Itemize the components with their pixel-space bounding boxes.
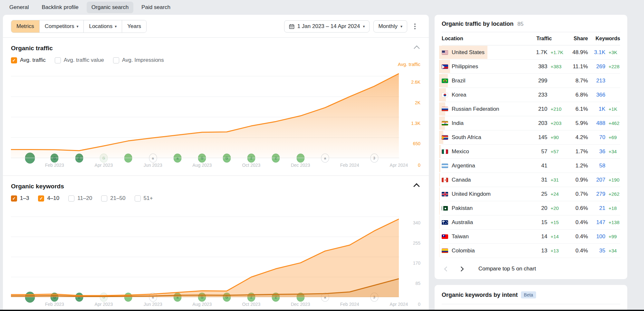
competitors-button[interactable]: Competitors▾ bbox=[39, 20, 84, 33]
keywords-value[interactable]: 100 bbox=[588, 233, 605, 240]
keywords-value[interactable]: 36 bbox=[588, 148, 605, 155]
years-button[interactable]: Years bbox=[122, 20, 146, 33]
legend-checkbox-avg-traffic[interactable]: ✓Avg. traffic bbox=[11, 57, 46, 63]
share-cell: 0.6% bbox=[564, 205, 588, 212]
organic-keywords-chart[interactable]: G2GaaGG22a3851702553400Feb 2023Apr 2023J… bbox=[11, 206, 421, 306]
unchecked-checkbox-icon bbox=[55, 57, 61, 63]
keywords-value[interactable]: 1K bbox=[588, 106, 605, 112]
date-range-button[interactable]: 1 Jan 2023 – 14 Apr 2024 ▾ bbox=[284, 20, 370, 33]
granularity-button[interactable]: Monthly ▾ bbox=[373, 20, 407, 33]
traffic-cell: 31+31 bbox=[528, 177, 564, 183]
location-row-philippines[interactable]: Philippines383+38311.1%269+228 bbox=[442, 60, 620, 74]
x-axis-tick-label: Oct 2023 bbox=[242, 302, 261, 307]
flag-in-icon bbox=[442, 121, 448, 126]
location-row-united-kingdom[interactable]: United Kingdom25+240.7%279+262 bbox=[442, 187, 620, 201]
tab-paid-search[interactable]: Paid search bbox=[137, 2, 175, 13]
keywords-value[interactable]: 269 bbox=[588, 63, 605, 70]
location-cell: Pakistan bbox=[442, 205, 528, 212]
location-row-pakistan[interactable]: Pakistan20+200.6%21+18 bbox=[442, 201, 620, 215]
keywords-value[interactable]: 488 bbox=[588, 120, 605, 127]
location-count: 85 bbox=[517, 21, 524, 27]
collapse-chevron-icon[interactable] bbox=[413, 183, 420, 190]
tab-backlink-profile[interactable]: Backlink profile bbox=[37, 2, 83, 13]
share-bar bbox=[439, 187, 440, 201]
tab-general[interactable]: General bbox=[5, 2, 34, 13]
flag-tw-icon bbox=[442, 234, 448, 239]
keywords-cell: 1K+1K bbox=[588, 106, 620, 112]
intent-panel-title: Organic keywords by intent bbox=[442, 292, 518, 298]
location-row-brazil[interactable]: Brazil2998.7%213 bbox=[442, 74, 620, 88]
location-name: Colombia bbox=[452, 248, 475, 254]
y-axis-tick-label: 255 bbox=[403, 240, 420, 246]
keywords-value[interactable]: 366 bbox=[588, 92, 605, 98]
location-row-india[interactable]: India203+2035.9%488+462 bbox=[442, 116, 620, 130]
more-options-kebab-icon[interactable] bbox=[411, 21, 419, 32]
keywords-value[interactable]: 70 bbox=[588, 134, 605, 141]
share-bar bbox=[439, 159, 440, 172]
collapse-chevron-icon[interactable] bbox=[414, 45, 419, 51]
keywords-value[interactable]: 147 bbox=[588, 219, 605, 226]
keywords-value[interactable]: 279 bbox=[588, 191, 605, 197]
x-axis-tick-label: Feb 2023 bbox=[45, 302, 64, 307]
location-row-argentina[interactable]: Argentina411.2%58 bbox=[442, 159, 620, 173]
chevron-down-icon: ▾ bbox=[400, 24, 402, 29]
location-row-mexico[interactable]: Mexico57+571.7%36+34 bbox=[442, 145, 620, 159]
legend-checkbox-4-10[interactable]: ✓4–10 bbox=[38, 195, 59, 202]
legend-checkbox-21-50[interactable]: 21–50 bbox=[101, 195, 125, 202]
location-row-russian-federation[interactable]: Russian Federation210+2106.1%1K+1K bbox=[442, 102, 620, 116]
legend-checkbox-1-3[interactable]: ✓1–3 bbox=[11, 195, 29, 202]
location-row-colombia[interactable]: Colombia13+130.4%35+34 bbox=[442, 244, 620, 258]
legend-checkbox-avg-traffic-value[interactable]: Avg. traffic value bbox=[55, 57, 104, 63]
traffic-value: 13 bbox=[528, 248, 547, 254]
column-header-share: Share bbox=[564, 36, 588, 42]
traffic-cell: 145+90 bbox=[528, 134, 564, 141]
location-name: United Kingdom bbox=[452, 191, 491, 197]
locations-label: Locations bbox=[89, 23, 112, 30]
keywords-value[interactable]: 207 bbox=[588, 177, 605, 183]
keywords-value[interactable]: 213 bbox=[588, 78, 605, 84]
next-page-chevron-icon[interactable] bbox=[459, 266, 464, 271]
location-cell: Brazil bbox=[442, 78, 528, 84]
keywords-value[interactable]: 3.1K bbox=[588, 49, 605, 56]
toolbar-right-tools: 1 Jan 2023 – 14 Apr 2024 ▾ Monthly ▾ bbox=[284, 20, 421, 33]
share-cell: 0.4% bbox=[564, 219, 588, 226]
traffic-cell: 13+13 bbox=[528, 248, 564, 254]
y-axis-tick-label: 2.6K bbox=[403, 80, 420, 85]
tab-organic-search[interactable]: Organic search bbox=[87, 2, 133, 13]
legend-checkbox-11-20[interactable]: 11–20 bbox=[68, 195, 92, 202]
traffic-value: 383 bbox=[528, 63, 547, 70]
unchecked-checkbox-icon bbox=[113, 57, 119, 63]
location-row-united-states[interactable]: United States1.7K+1.7K48.9%3.1K+3K bbox=[442, 45, 620, 60]
share-cell: 4.2% bbox=[564, 134, 588, 141]
keywords-value[interactable]: 21 bbox=[588, 205, 605, 212]
traffic-delta: +31 bbox=[547, 177, 564, 183]
legend-checkbox-avg-impressions[interactable]: Avg. Impressions bbox=[113, 57, 164, 63]
traffic-by-location-card: Organic traffic by location 85 LocationT… bbox=[435, 15, 627, 279]
traffic-value: 14 bbox=[528, 233, 547, 240]
traffic-value: 20 bbox=[528, 205, 547, 212]
share-bar bbox=[439, 145, 441, 158]
keywords-cell: 269+228 bbox=[588, 63, 620, 70]
keywords-value[interactable]: 35 bbox=[588, 248, 605, 254]
keywords-cell: 147+138 bbox=[588, 219, 620, 226]
keywords-value[interactable]: 58 bbox=[588, 163, 605, 169]
location-row-australia[interactable]: Australia15+150.4%147+138 bbox=[442, 215, 620, 230]
traffic-legend: ✓Avg. trafficAvg. traffic valueAvg. Impr… bbox=[11, 57, 421, 63]
location-row-korea[interactable]: Korea2336.8%366 bbox=[442, 88, 620, 102]
metrics-button[interactable]: Metrics bbox=[11, 20, 39, 33]
location-row-taiwan[interactable]: Taiwan14+140.4%100+99 bbox=[442, 230, 620, 244]
share-cell: 6.8% bbox=[564, 92, 588, 98]
share-cell: 0.4% bbox=[564, 248, 588, 254]
location-name: Korea bbox=[452, 92, 466, 98]
location-row-canada[interactable]: Canada31+310.9%207+190 bbox=[442, 173, 620, 187]
traffic-cell: 14+14 bbox=[528, 233, 564, 240]
x-axis-tick-label: Jun 2023 bbox=[144, 163, 162, 168]
location-row-south-africa[interactable]: South Africa145+904.2%70+69 bbox=[442, 130, 620, 145]
locations-button[interactable]: Locations▾ bbox=[83, 20, 122, 33]
keywords-delta: +34 bbox=[605, 248, 620, 253]
prev-page-chevron-icon[interactable] bbox=[444, 266, 449, 271]
keywords-delta: +3K bbox=[605, 50, 620, 55]
legend-checkbox-51[interactable]: 51+ bbox=[135, 195, 153, 202]
compare-top5-link[interactable]: Compare top 5 on chart bbox=[478, 266, 536, 272]
organic-traffic-chart[interactable]: G2GaaGG22a36501.3K2K2.6K0Avg. trafficFeb… bbox=[11, 68, 421, 174]
